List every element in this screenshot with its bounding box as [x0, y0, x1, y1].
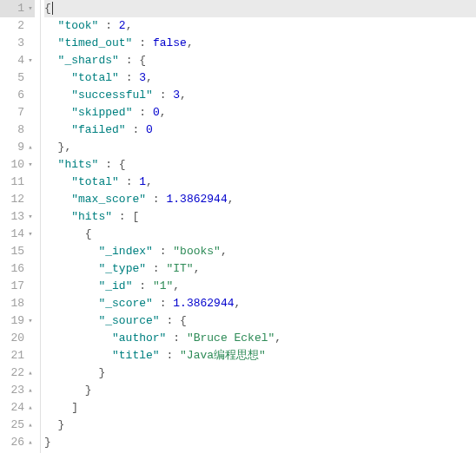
code-line[interactable]: "_index" : "books",	[44, 243, 476, 260]
code-line[interactable]: "hits" : {	[44, 156, 476, 174]
gutter-line: 19▾	[0, 312, 35, 330]
code-line[interactable]: }	[44, 417, 476, 434]
code-line[interactable]: "skipped" : 0,	[44, 104, 476, 121]
code-line[interactable]: "total" : 3,	[44, 69, 476, 87]
chevron-down-icon[interactable]: ▾	[26, 312, 35, 330]
token-plain	[146, 36, 153, 49]
code-line[interactable]: {	[44, 226, 476, 243]
token-key: "_index"	[98, 245, 152, 258]
line-number: 22	[5, 364, 24, 382]
code-editor[interactable]: 1▾2 3 4▾5 6 7 8 9▴10▾11 12 13▾14▾15 16 1…	[0, 0, 476, 453]
token-comma: ,	[160, 106, 167, 119]
token-comma: ,	[146, 175, 153, 188]
chevron-up-icon[interactable]: ▴	[26, 434, 35, 451]
token-bracket: ]	[71, 401, 78, 414]
code-line[interactable]: "took" : 2,	[44, 17, 476, 35]
token-key: "max_score"	[71, 193, 146, 206]
token-plain	[44, 279, 98, 292]
gutter-line: 16	[0, 260, 35, 278]
code-line[interactable]: "_type" : "IT",	[44, 260, 476, 278]
gutter-line: 2	[0, 17, 35, 35]
token-brace: {	[44, 2, 51, 15]
gutter-line: 17	[0, 278, 35, 295]
gutter-line: 10▾	[0, 156, 35, 174]
gutter: 1▾2 3 4▾5 6 7 8 9▴10▾11 12 13▾14▾15 16 1…	[0, 0, 41, 453]
token-comma: ,	[126, 19, 133, 32]
gutter-line: 13▾	[0, 208, 35, 226]
token-string: "Bruce Eckel"	[187, 332, 274, 345]
gutter-line: 15	[0, 243, 35, 260]
line-number: 13	[5, 208, 24, 226]
chevron-down-icon[interactable]: ▾	[26, 226, 35, 243]
chevron-down-icon[interactable]: ▾	[26, 0, 35, 17]
token-string: "1"	[153, 279, 173, 292]
chevron-up-icon[interactable]: ▴	[26, 399, 35, 417]
token-colon-sep: :	[105, 158, 112, 171]
token-brace: {	[180, 314, 187, 327]
code-line[interactable]: "_id" : "1",	[44, 278, 476, 295]
token-number: 0	[153, 106, 160, 119]
code-line[interactable]: "total" : 1,	[44, 174, 476, 191]
token-plain	[44, 332, 112, 345]
token-brace: }	[85, 384, 92, 397]
token-number: 1.3862944	[166, 193, 227, 206]
chevron-up-icon[interactable]: ▴	[26, 364, 35, 382]
code-line[interactable]: "author" : "Bruce Eckel",	[44, 330, 476, 347]
code-line[interactable]: "failed" : 0	[44, 121, 476, 139]
token-comma: ,	[274, 332, 281, 345]
token-plain	[44, 262, 98, 275]
code-line[interactable]: {	[44, 0, 476, 17]
token-plain	[44, 89, 71, 102]
line-number: 16	[5, 260, 24, 278]
code-line[interactable]: },	[44, 139, 476, 156]
token-string: "books"	[173, 245, 221, 258]
token-key: "took"	[58, 19, 99, 32]
code-line[interactable]: "hits" : [	[44, 208, 476, 226]
chevron-down-icon[interactable]: ▾	[26, 156, 35, 174]
line-number: 5	[5, 69, 24, 87]
chevron-up-icon[interactable]: ▴	[26, 382, 35, 399]
chevron-up-icon[interactable]: ▴	[26, 417, 35, 434]
code-line[interactable]: ]	[44, 399, 476, 417]
line-number: 24	[5, 399, 24, 417]
token-plain	[173, 349, 180, 362]
token-plain	[119, 175, 126, 188]
token-plain	[112, 19, 119, 32]
token-comma: ,	[64, 141, 71, 154]
chevron-up-icon[interactable]: ▴	[26, 139, 35, 156]
code-line[interactable]: "max_score" : 1.3862944,	[44, 191, 476, 208]
token-string: "Java编程思想"	[180, 349, 266, 362]
code-line[interactable]: "_source" : {	[44, 312, 476, 330]
token-plain	[44, 54, 58, 67]
token-number: 1.3862944	[173, 297, 234, 310]
chevron-down-icon[interactable]: ▾	[26, 52, 35, 69]
token-plain	[44, 175, 71, 188]
token-plain	[146, 262, 153, 275]
line-number: 4	[5, 52, 24, 69]
token-bracket: [	[132, 210, 139, 223]
code-line[interactable]: "title" : "Java编程思想"	[44, 347, 476, 364]
code-area[interactable]: { "took" : 2, "timed_out" : false, "_sha…	[41, 0, 476, 453]
gutter-line: 3	[0, 35, 35, 52]
token-number: 3	[139, 71, 146, 84]
token-plain	[44, 297, 98, 310]
token-key: "author"	[112, 332, 166, 345]
code-line[interactable]: "successful" : 3,	[44, 87, 476, 104]
code-line[interactable]: "_score" : 1.3862944,	[44, 295, 476, 312]
token-plain	[119, 54, 126, 67]
token-colon-sep: :	[119, 210, 126, 223]
token-plain	[44, 141, 58, 154]
code-line[interactable]: }	[44, 364, 476, 382]
token-number: 2	[119, 19, 126, 32]
code-line[interactable]: }	[44, 434, 476, 451]
gutter-line: 7	[0, 104, 35, 121]
code-line[interactable]: }	[44, 382, 476, 399]
token-comma: ,	[180, 89, 187, 102]
token-colon-sep: :	[139, 106, 146, 119]
gutter-line: 26▴	[0, 434, 35, 451]
gutter-line: 23▴	[0, 382, 35, 399]
token-plain	[44, 384, 85, 397]
chevron-down-icon[interactable]: ▾	[26, 208, 35, 226]
code-line[interactable]: "_shards" : {	[44, 52, 476, 69]
code-line[interactable]: "timed_out" : false,	[44, 35, 476, 52]
